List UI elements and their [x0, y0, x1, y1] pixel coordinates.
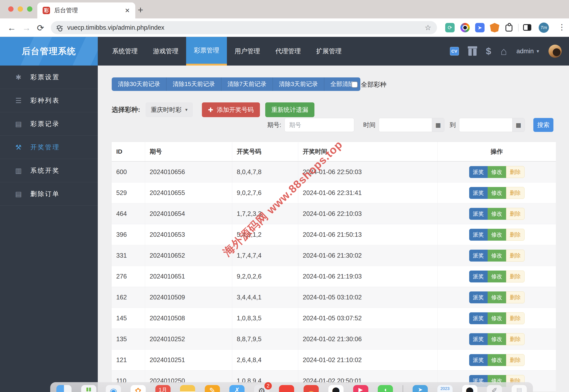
edit-button[interactable]: 修改 [488, 187, 506, 199]
bookmark-star-icon[interactable]: ☆ [425, 23, 431, 32]
delete-button[interactable]: 删除 [506, 229, 525, 241]
cv-badge-icon[interactable]: CV [450, 47, 459, 56]
browser-menu-icon[interactable]: ⋮ [558, 23, 566, 31]
payout-button[interactable]: 派奖 [469, 229, 488, 241]
payout-button[interactable]: 派奖 [469, 166, 488, 178]
dock-app-icon[interactable]: ◖ [378, 385, 393, 392]
sidebar-item[interactable]: ⚒ 开奖管理 [0, 136, 98, 159]
new-tab-button[interactable]: + [138, 4, 143, 15]
dock-app-icon[interactable] [279, 385, 294, 392]
sidebar-item[interactable]: ☰ 彩种列表 [0, 89, 98, 112]
lottery-select[interactable]: 重庆时时彩 ▾ [146, 102, 193, 117]
nav-item[interactable]: 游戏管理 [145, 37, 186, 66]
reload-icon[interactable]: ⟳ [37, 23, 44, 33]
nav-item[interactable]: 代理管理 [268, 37, 308, 66]
edit-button[interactable]: 修改 [488, 229, 506, 241]
payout-button[interactable]: 派奖 [469, 333, 488, 345]
dock-app-icon[interactable]: ▶ [353, 385, 368, 392]
checkbox-box[interactable] [351, 82, 358, 88]
extension-refresh-icon[interactable]: ⟳ [445, 23, 455, 32]
back-icon[interactable]: ← [7, 23, 16, 33]
dock-app-icon[interactable]: ▤ [511, 385, 527, 392]
user-avatar[interactable] [549, 45, 562, 58]
dock-app-icon[interactable]: ✎ [205, 385, 220, 392]
gift-icon[interactable] [468, 49, 477, 56]
payout-button[interactable]: 派奖 [469, 292, 488, 303]
nav-item[interactable]: 彩票管理 [186, 37, 227, 66]
recount-missing-button[interactable]: 重新统计遗漏 [265, 102, 314, 117]
dock-app-icon[interactable]: ✿ [131, 385, 146, 392]
site-info-icon[interactable] [57, 25, 63, 31]
sidebar-item[interactable]: ▤ 彩票记录 [0, 112, 98, 136]
delete-button[interactable]: 删除 [506, 333, 525, 345]
payout-button[interactable]: 派奖 [469, 250, 488, 262]
traffic-light-close[interactable] [8, 6, 14, 12]
edit-button[interactable]: 修改 [488, 166, 506, 178]
date-to-input[interactable] [459, 118, 512, 132]
metamask-fox-icon[interactable] [490, 23, 499, 32]
url-text[interactable]: vuecp.timibbs.vip/admin.php/index [67, 24, 420, 31]
search-button[interactable]: 搜索 [533, 118, 554, 132]
all-lottery-checkbox[interactable]: 全部彩种 [351, 80, 386, 89]
clear-records-button[interactable]: 清除7天前记录 [221, 77, 273, 91]
dock-app-icon[interactable]: 2023 [438, 385, 452, 392]
traffic-light-zoom[interactable] [27, 6, 32, 12]
delete-button[interactable]: 删除 [506, 354, 525, 366]
tab-close-icon[interactable]: ✕ [125, 7, 130, 14]
dock-app-icon[interactable]: ⚙ 2 [254, 385, 269, 392]
admin-menu[interactable]: admin ▾ [517, 47, 539, 55]
dollar-icon[interactable]: $ [486, 46, 491, 57]
edit-button[interactable]: 修改 [488, 354, 506, 366]
side-panel-icon[interactable] [523, 24, 531, 31]
dock-app-icon[interactable]: ✗ [229, 385, 245, 392]
clear-records-button[interactable]: 清除30天前记录 [112, 77, 166, 91]
edit-button[interactable]: 修改 [488, 292, 506, 303]
home-icon[interactable]: ⌂ [500, 47, 507, 55]
edit-button[interactable]: 修改 [488, 250, 506, 262]
extension-plane-icon[interactable]: ➤ [475, 23, 484, 32]
extension-lens-icon[interactable] [460, 23, 470, 32]
calendar-icon[interactable]: ▦ [432, 118, 444, 132]
delete-button[interactable]: 删除 [506, 250, 525, 262]
delete-button[interactable]: 删除 [506, 312, 525, 324]
dock-app-icon[interactable]: ✐ [487, 385, 502, 392]
dock-app-icon[interactable] [180, 385, 195, 392]
nav-item[interactable]: 扩展管理 [308, 37, 349, 66]
edit-button[interactable]: 修改 [488, 312, 506, 324]
dock-app-icon[interactable]: ⬤ [328, 385, 344, 392]
add-draw-number-button[interactable]: ✚ 添加开奖号码 [202, 102, 260, 117]
delete-button[interactable]: 删除 [506, 271, 525, 282]
dock-app-icon[interactable] [403, 385, 403, 392]
dock-app-icon[interactable] [56, 385, 72, 392]
payout-button[interactable]: 派奖 [469, 208, 488, 220]
clear-records-button[interactable]: 清除15天前记录 [166, 77, 221, 91]
date-from-input[interactable] [379, 118, 432, 132]
sidebar-item[interactable]: ▤ 删除订单 [0, 182, 98, 206]
edit-button[interactable]: 修改 [488, 208, 506, 220]
dock-app-icon[interactable]: 1月 [155, 385, 171, 392]
dock-app-icon[interactable]: ➤ [413, 385, 428, 392]
payout-button[interactable]: 派奖 [469, 271, 488, 282]
browser-tab[interactable]: 彩 后台管理 ✕ [37, 2, 135, 18]
sidebar-item[interactable]: ▥ 系统开奖 [0, 159, 98, 182]
dock-app-icon[interactable] [304, 385, 319, 392]
dock-app-icon[interactable]: ▮▮ [81, 385, 96, 392]
traffic-light-minimize[interactable] [18, 6, 23, 12]
extensions-puzzle-icon[interactable] [505, 25, 512, 31]
sidebar-item[interactable]: ✱ 彩票设置 [0, 66, 98, 89]
dock-app-icon[interactable]: ◉ [106, 385, 121, 392]
edit-button[interactable]: 修改 [488, 333, 506, 345]
issue-input[interactable] [285, 118, 354, 132]
delete-button[interactable]: 删除 [506, 187, 525, 199]
clear-records-button[interactable]: 清除3天前记录 [273, 77, 324, 91]
delete-button[interactable]: 删除 [506, 292, 525, 303]
delete-button[interactable]: 删除 [506, 208, 525, 220]
dock-app-icon[interactable]: ⬤ [462, 385, 477, 392]
url-bar[interactable]: vuecp.timibbs.vip/admin.php/index ☆ [51, 21, 437, 34]
nav-item[interactable]: 系统管理 [104, 37, 145, 66]
profile-avatar[interactable]: Tm [539, 23, 549, 33]
payout-button[interactable]: 派奖 [469, 312, 488, 324]
payout-button[interactable]: 派奖 [469, 187, 488, 199]
calendar-icon[interactable]: ▦ [512, 118, 525, 132]
payout-button[interactable]: 派奖 [469, 354, 488, 366]
